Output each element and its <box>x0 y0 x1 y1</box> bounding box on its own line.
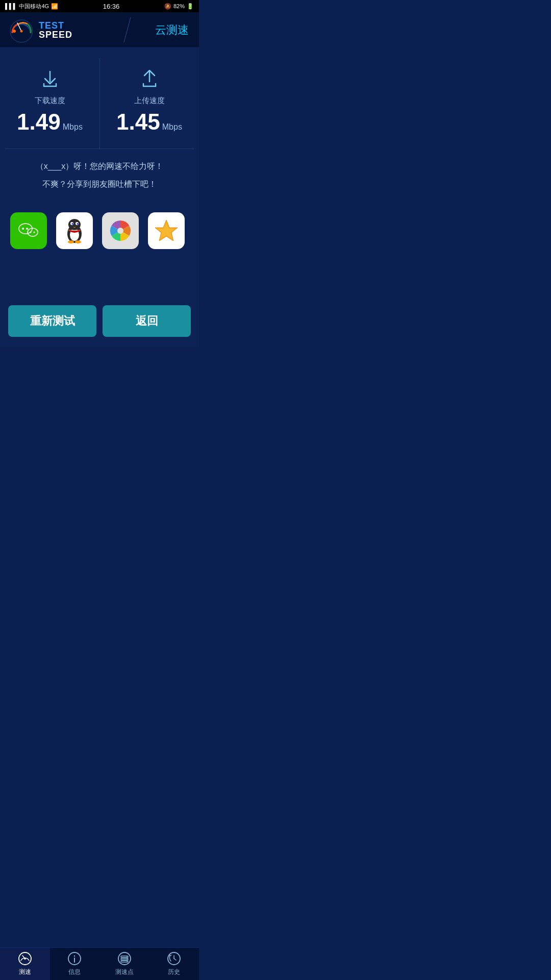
download-value: 1.49 <box>17 111 61 133</box>
back-button[interactable]: 返回 <box>103 305 191 337</box>
status-right: 🔕 82% 🔋 <box>164 3 194 10</box>
status-time: 16:36 <box>103 3 120 10</box>
logo-text: TEST SPEED <box>39 21 72 39</box>
svg-point-26 <box>68 240 74 243</box>
download-icon <box>39 68 61 91</box>
message-section: （x___x）呀！您的网速不给力呀！ 不爽？分享到朋友圈吐槽下吧！ <box>0 149 199 200</box>
qq-share-button[interactable] <box>56 212 93 249</box>
wifi-icon: 📶 <box>51 3 58 10</box>
speed-section: 下载速度 1.49 Mbps 上传速度 1.45 Mbps <box>0 58 199 149</box>
upload-icon <box>138 68 161 91</box>
svg-point-14 <box>26 228 28 230</box>
svg-point-24 <box>77 223 79 225</box>
status-bar: ▌▌▌ 中国移动4G 📶 16:36 🔕 82% 🔋 <box>0 0 199 12</box>
svg-point-28 <box>117 228 123 234</box>
buttons-section: 重新测试 返回 <box>0 295 199 347</box>
app-header: TEST SPEED 云测速 <box>0 12 199 48</box>
battery-icon: 🔋 <box>187 3 194 10</box>
share-section <box>0 200 199 264</box>
prisma-share-button[interactable] <box>102 212 139 249</box>
upload-value-row: 1.45 Mbps <box>116 111 182 133</box>
message-line2: 不爽？分享到朋友圈吐槽下吧！ <box>10 179 189 190</box>
cloud-test-label: 云测速 <box>155 22 189 38</box>
logo-speed: SPEED <box>39 30 72 39</box>
svg-point-17 <box>34 232 35 233</box>
logo: TEST SPEED <box>8 17 72 43</box>
signal-icon: ▌▌▌ <box>5 3 17 9</box>
speed-vertical-divider <box>99 58 100 149</box>
status-left: ▌▌▌ 中国移动4G 📶 <box>5 3 58 10</box>
svg-point-23 <box>72 223 73 225</box>
retest-button[interactable]: 重新测试 <box>8 305 96 337</box>
svg-point-27 <box>75 240 81 243</box>
svg-point-3 <box>13 30 16 33</box>
download-unit: Mbps <box>63 122 83 132</box>
svg-point-15 <box>28 228 38 236</box>
speedometer-icon <box>8 17 35 43</box>
upload-unit: Mbps <box>162 122 182 132</box>
zuimei-share-button[interactable] <box>148 212 185 249</box>
mute-icon: 🔕 <box>164 3 171 10</box>
download-label: 下载速度 <box>35 96 65 106</box>
logo-test: TEST <box>39 21 72 30</box>
battery-text: 82% <box>173 3 185 9</box>
download-value-row: 1.49 Mbps <box>17 111 83 133</box>
svg-point-2 <box>20 30 23 32</box>
main-content: 下载速度 1.49 Mbps 上传速度 1.45 Mbps <box>0 48 199 347</box>
svg-point-16 <box>30 232 32 233</box>
carrier-text: 中国移动4G <box>19 3 49 10</box>
upload-label: 上传速度 <box>134 96 165 106</box>
message-line1: （x___x）呀！您的网速不给力呀！ <box>10 161 189 172</box>
download-speed-item: 下载速度 1.49 Mbps <box>0 68 99 133</box>
upload-value: 1.45 <box>116 111 160 133</box>
svg-point-20 <box>68 219 81 230</box>
wechat-share-button[interactable] <box>10 212 47 249</box>
upload-speed-item: 上传速度 1.45 Mbps <box>99 68 199 133</box>
header-divider <box>123 17 131 42</box>
svg-point-13 <box>22 228 24 230</box>
